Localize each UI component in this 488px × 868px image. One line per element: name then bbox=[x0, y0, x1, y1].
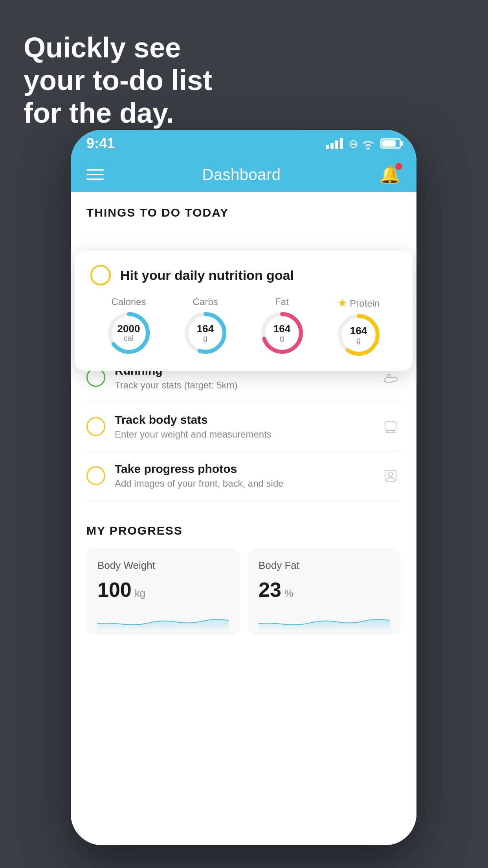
todo-title: Track body stats bbox=[115, 413, 371, 427]
status-time: 9:41 bbox=[86, 135, 115, 152]
donut-text: 2000 cal bbox=[117, 324, 140, 343]
donut-text: 164 g bbox=[350, 326, 367, 345]
hero-line2: your to-do list bbox=[24, 64, 212, 97]
hero-text: Quickly see your to-do list for the day. bbox=[24, 31, 212, 129]
todo-item-body-stats[interactable]: Track body stats Enter your weight and m… bbox=[86, 402, 401, 451]
svg-point-14 bbox=[389, 472, 393, 476]
notification-dot bbox=[395, 163, 402, 170]
nutrition-label: ★ Protein bbox=[338, 296, 380, 309]
donut-chart: 2000 cal bbox=[107, 311, 150, 355]
nutrition-grid: Calories 2000 cal Carbs 164 g bbox=[90, 296, 397, 357]
nutrition-item-calories: Calories 2000 cal bbox=[107, 296, 150, 355]
svg-point-0 bbox=[367, 147, 369, 150]
todo-subtitle: Track your stats (target: 5km) bbox=[115, 380, 371, 391]
todo-item-progress-photos[interactable]: Take progress photos Add images of your … bbox=[86, 451, 401, 500]
nutrition-label: Carbs bbox=[193, 296, 218, 307]
todo-circle bbox=[86, 368, 105, 387]
card-title-row: Hit your daily nutrition goal bbox=[90, 265, 397, 285]
donut-chart: 164 g bbox=[261, 311, 304, 355]
donut-chart: 164 g bbox=[184, 311, 227, 355]
progress-value-number: 23 bbox=[259, 578, 281, 601]
mini-chart bbox=[259, 608, 390, 631]
todo-circle bbox=[86, 417, 105, 436]
donut-chart: 164 g bbox=[337, 313, 380, 357]
progress-section: MY PROGRESS Body Weight 100 kg Body Fat bbox=[71, 508, 416, 643]
task-circle-nutrition[interactable] bbox=[90, 265, 111, 285]
progress-cards: Body Weight 100 kg Body Fat 23 % bbox=[86, 548, 401, 635]
progress-card-body-fat[interactable]: Body Fat 23 % bbox=[248, 548, 401, 635]
nutrition-card-title: Hit your daily nutrition goal bbox=[120, 268, 294, 283]
todo-info: Track body stats Enter your weight and m… bbox=[115, 413, 371, 440]
wifi-icon: ⊖ bbox=[349, 137, 375, 151]
mini-chart bbox=[97, 608, 229, 631]
nutrition-item-fat: Fat 164 g bbox=[261, 296, 304, 355]
progress-value-number: 100 bbox=[97, 578, 132, 601]
status-bar: 9:41 ⊖ bbox=[71, 130, 416, 157]
progress-card-body-weight[interactable]: Body Weight 100 kg bbox=[86, 548, 240, 635]
star-icon: ★ bbox=[338, 297, 347, 309]
phone-shell: 9:41 ⊖ Dash bbox=[71, 130, 416, 845]
person-icon bbox=[380, 465, 401, 486]
donut-text: 164 g bbox=[273, 324, 290, 343]
donut-text: 164 g bbox=[197, 324, 214, 343]
progress-card-value: 23 % bbox=[259, 578, 390, 601]
todo-subtitle: Enter your weight and measurements bbox=[115, 429, 371, 440]
hero-line3: for the day. bbox=[24, 97, 212, 129]
nav-title: Dashboard bbox=[202, 166, 281, 184]
todo-circle bbox=[86, 466, 105, 485]
nutrition-label: Calories bbox=[111, 296, 146, 307]
todo-section: Running Track your stats (target: 5km) T… bbox=[71, 353, 416, 500]
progress-heading: MY PROGRESS bbox=[86, 524, 401, 537]
progress-value-unit: kg bbox=[135, 587, 145, 600]
status-icons: ⊖ bbox=[326, 137, 401, 151]
nutrition-item-protein: ★ Protein 164 g bbox=[337, 296, 380, 357]
nutrition-label: Fat bbox=[275, 296, 289, 307]
content-area: THINGS TO DO TODAY Hit your daily nutrit… bbox=[71, 192, 416, 845]
todo-title: Take progress photos bbox=[115, 462, 371, 476]
hamburger-menu[interactable] bbox=[86, 169, 104, 180]
scale-icon bbox=[380, 416, 401, 437]
notification-bell-icon[interactable]: 🔔 bbox=[379, 164, 401, 185]
nutrition-card: Hit your daily nutrition goal Calories 2… bbox=[75, 251, 413, 371]
battery-icon bbox=[380, 138, 401, 149]
todo-subtitle: Add images of your front, back, and side bbox=[115, 478, 371, 489]
progress-card-title: Body Fat bbox=[259, 559, 390, 572]
signal-icon bbox=[326, 138, 343, 149]
progress-card-value: 100 kg bbox=[97, 578, 229, 601]
progress-card-title: Body Weight bbox=[97, 559, 229, 572]
hero-line1: Quickly see bbox=[24, 31, 212, 64]
things-todo-heading: THINGS TO DO TODAY bbox=[71, 192, 416, 227]
progress-value-unit: % bbox=[284, 587, 294, 600]
svg-rect-9 bbox=[385, 422, 396, 430]
nav-bar: Dashboard 🔔 bbox=[71, 157, 416, 192]
nutrition-item-carbs: Carbs 164 g bbox=[184, 296, 227, 355]
todo-info: Take progress photos Add images of your … bbox=[115, 462, 371, 489]
